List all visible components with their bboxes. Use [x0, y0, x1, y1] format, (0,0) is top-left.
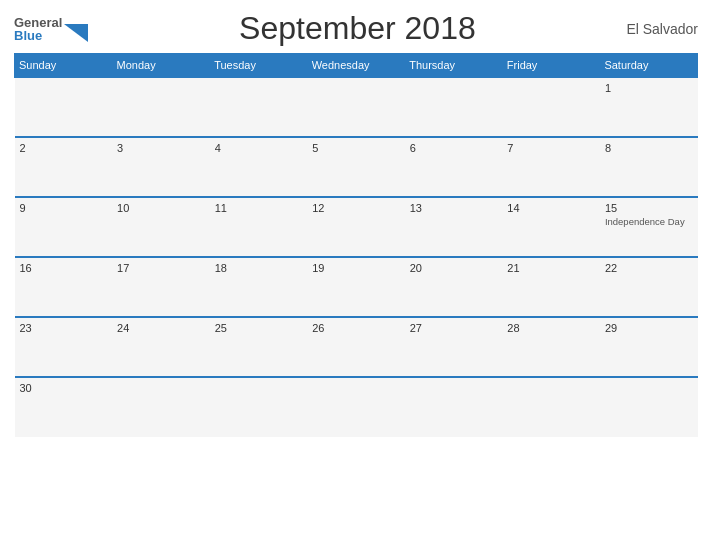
day-number: 10 — [117, 202, 205, 214]
day-number: 13 — [410, 202, 498, 214]
col-header-monday: Monday — [112, 54, 210, 78]
calendar-day-cell: 25 — [210, 317, 308, 377]
calendar-day-cell: 21 — [502, 257, 600, 317]
day-number: 3 — [117, 142, 205, 154]
calendar-day-cell — [112, 377, 210, 437]
col-header-saturday: Saturday — [600, 54, 698, 78]
day-number: 2 — [20, 142, 108, 154]
day-number: 16 — [20, 262, 108, 274]
calendar-day-cell: 28 — [502, 317, 600, 377]
day-number: 7 — [507, 142, 595, 154]
calendar-day-cell: 27 — [405, 317, 503, 377]
logo-blue: Blue — [14, 28, 42, 43]
col-header-sunday: Sunday — [15, 54, 113, 78]
day-number: 5 — [312, 142, 400, 154]
calendar-day-cell: 19 — [307, 257, 405, 317]
calendar-day-cell: 2 — [15, 137, 113, 197]
calendar-day-cell: 7 — [502, 137, 600, 197]
day-number: 18 — [215, 262, 303, 274]
calendar-day-cell: 5 — [307, 137, 405, 197]
calendar-day-cell — [112, 77, 210, 137]
calendar-day-cell: 17 — [112, 257, 210, 317]
day-number: 29 — [605, 322, 693, 334]
calendar-day-cell — [307, 377, 405, 437]
day-number: 20 — [410, 262, 498, 274]
calendar-day-cell — [210, 77, 308, 137]
calendar-week-row: 23242526272829 — [15, 317, 698, 377]
col-header-wednesday: Wednesday — [307, 54, 405, 78]
calendar-week-row: 1 — [15, 77, 698, 137]
day-number: 8 — [605, 142, 693, 154]
calendar-day-cell: 15Independence Day — [600, 197, 698, 257]
calendar-day-cell — [307, 77, 405, 137]
day-number: 14 — [507, 202, 595, 214]
calendar-day-cell: 14 — [502, 197, 600, 257]
calendar-day-cell: 29 — [600, 317, 698, 377]
calendar-day-cell — [210, 377, 308, 437]
day-number: 1 — [605, 82, 693, 94]
day-number: 21 — [507, 262, 595, 274]
calendar-day-cell — [405, 377, 503, 437]
calendar-day-cell: 30 — [15, 377, 113, 437]
calendar-day-cell — [405, 77, 503, 137]
header: General Blue September 2018 El Salvador — [14, 10, 698, 47]
day-number: 22 — [605, 262, 693, 274]
calendar-day-cell: 10 — [112, 197, 210, 257]
calendar-day-cell — [15, 77, 113, 137]
day-number: 6 — [410, 142, 498, 154]
days-header-row: Sunday Monday Tuesday Wednesday Thursday… — [15, 54, 698, 78]
calendar-day-cell: 22 — [600, 257, 698, 317]
calendar-day-cell: 6 — [405, 137, 503, 197]
day-number: 11 — [215, 202, 303, 214]
logo-flag-icon — [64, 24, 88, 42]
col-header-tuesday: Tuesday — [210, 54, 308, 78]
day-number: 15 — [605, 202, 693, 214]
calendar-day-cell: 24 — [112, 317, 210, 377]
calendar-day-cell: 16 — [15, 257, 113, 317]
day-number: 27 — [410, 322, 498, 334]
calendar-day-cell: 26 — [307, 317, 405, 377]
calendar-table: Sunday Monday Tuesday Wednesday Thursday… — [14, 53, 698, 437]
calendar-title: September 2018 — [88, 10, 626, 47]
logo-text: General Blue — [14, 16, 62, 42]
day-number: 4 — [215, 142, 303, 154]
calendar-week-row: 9101112131415Independence Day — [15, 197, 698, 257]
day-number: 30 — [20, 382, 108, 394]
day-number: 28 — [507, 322, 595, 334]
calendar-week-row: 30 — [15, 377, 698, 437]
calendar-body: 123456789101112131415Independence Day161… — [15, 77, 698, 437]
calendar-day-cell: 18 — [210, 257, 308, 317]
calendar-day-cell: 11 — [210, 197, 308, 257]
calendar-day-cell: 9 — [15, 197, 113, 257]
calendar-day-cell: 20 — [405, 257, 503, 317]
calendar-week-row: 2345678 — [15, 137, 698, 197]
day-number: 17 — [117, 262, 205, 274]
calendar-week-row: 16171819202122 — [15, 257, 698, 317]
page: General Blue September 2018 El Salvador … — [0, 0, 712, 550]
calendar-day-cell: 1 — [600, 77, 698, 137]
calendar-day-cell — [600, 377, 698, 437]
calendar-day-cell: 3 — [112, 137, 210, 197]
day-number: 19 — [312, 262, 400, 274]
logo: General Blue — [14, 16, 88, 42]
col-header-friday: Friday — [502, 54, 600, 78]
day-number: 26 — [312, 322, 400, 334]
country-label: El Salvador — [626, 21, 698, 37]
calendar-day-cell: 8 — [600, 137, 698, 197]
day-number: 12 — [312, 202, 400, 214]
day-number: 23 — [20, 322, 108, 334]
col-header-thursday: Thursday — [405, 54, 503, 78]
calendar-day-cell — [502, 77, 600, 137]
svg-marker-0 — [64, 24, 88, 42]
calendar-day-cell — [502, 377, 600, 437]
day-number: 9 — [20, 202, 108, 214]
calendar-day-cell: 13 — [405, 197, 503, 257]
day-number: 25 — [215, 322, 303, 334]
calendar-day-cell: 23 — [15, 317, 113, 377]
calendar-day-cell: 12 — [307, 197, 405, 257]
event-label: Independence Day — [605, 216, 693, 228]
day-number: 24 — [117, 322, 205, 334]
calendar-day-cell: 4 — [210, 137, 308, 197]
